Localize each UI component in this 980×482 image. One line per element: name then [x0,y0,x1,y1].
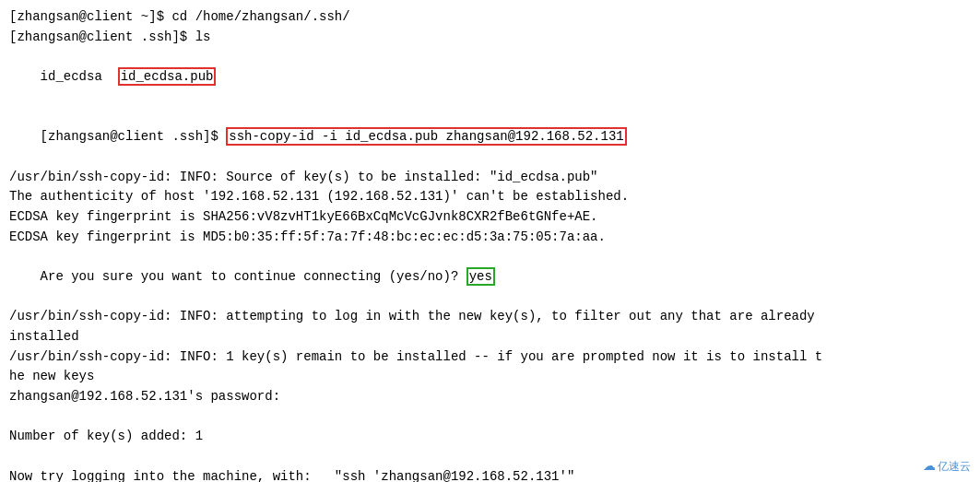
logo-text: 亿速云 [938,460,971,473]
terminal-line-15: Number of key(s) added: 1 [9,427,971,447]
terminal-line-empty-2 [9,447,971,467]
terminal-line-empty-1 [9,407,971,428]
terminal-line-8: ECDSA key fingerprint is MD5:b0:35:ff:5f… [9,228,971,248]
terminal-line-3: id_ecdsa id_ecdsa.pub [9,47,971,107]
terminal-line-5: /usr/bin/ssh-copy-id: INFO: Source of ke… [9,168,971,188]
terminal-line-14: zhangsan@192.168.52.131's password: [9,387,971,407]
terminal-line-1: [zhangsan@client ~]$ cd /home/zhangsan/.… [9,7,971,28]
highlight-id-ecdsa-pub: id_ecdsa.pub [118,67,217,86]
terminal-line-9: Are you sure you want to continue connec… [9,247,971,307]
terminal-line-4: [zhangsan@client .ssh]$ ssh-copy-id -i i… [9,107,971,167]
terminal-window: [zhangsan@client ~]$ cd /home/zhangsan/.… [0,0,980,482]
text-continue-prompt: Are you sure you want to continue connec… [41,269,466,284]
terminal-line-11: installed [9,327,971,347]
cloud-icon: ☁ [923,458,936,473]
terminal-line-10: /usr/bin/ssh-copy-id: INFO: attempting t… [9,307,971,327]
logo-area: ☁亿速云 [923,456,971,476]
terminal-line-16: Now try logging into the machine, with: … [9,467,971,482]
terminal-line-13: he new keys [9,367,971,387]
highlight-ssh-copy-id-cmd: ssh-copy-id -i id_ecdsa.pub zhangsan@192… [226,127,626,146]
text-id-ecdsa: id_ecdsa [41,69,118,84]
terminal-line-12: /usr/bin/ssh-copy-id: INFO: 1 key(s) rem… [9,347,971,368]
terminal-line-6: The authenticity of host '192.168.52.131… [9,187,971,207]
terminal-line-7: ECDSA key fingerprint is SHA256:vV8zvHT1… [9,207,971,228]
terminal-line-2: [zhangsan@client .ssh]$ ls [9,28,971,48]
terminal-prompt: [zhangsan@client .ssh]$ [41,129,227,144]
highlight-yes: yes [466,267,495,286]
